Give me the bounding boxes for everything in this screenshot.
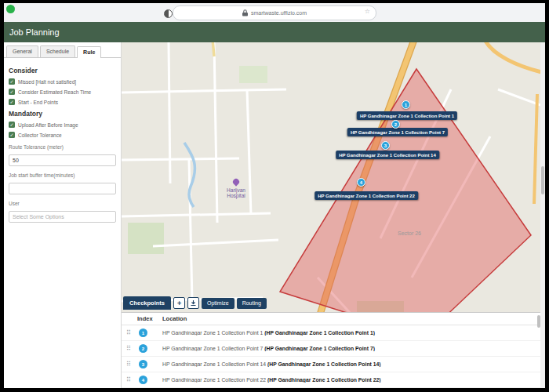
green-status-dot bbox=[6, 5, 15, 13]
drag-handle-icon[interactable] bbox=[122, 361, 136, 368]
hospital-poi-label: Harijvan Hospital bbox=[219, 187, 253, 198]
mandatory-heading: Mandatory bbox=[9, 110, 116, 118]
upload-image-checkbox[interactable] bbox=[9, 122, 15, 128]
map-marker-3-label: HP Gandhinagar Zone 1 Collection Point 1… bbox=[336, 151, 439, 159]
drag-handle-icon[interactable] bbox=[122, 345, 136, 352]
tab-general[interactable]: General bbox=[6, 45, 38, 57]
table-header: Index Location bbox=[122, 313, 540, 325]
row-location: HP Gandhinagar Zone 1 Collection Point 1… bbox=[156, 361, 540, 367]
map-marker-4-label: HP Gandhinagar Zone 1 Collection Point 2… bbox=[314, 191, 418, 200]
page-scrollbar-thumb[interactable] bbox=[541, 166, 544, 194]
map-marker-3[interactable]: 3 bbox=[381, 141, 390, 150]
map-marker-1[interactable]: 1 bbox=[402, 100, 410, 109]
start-end-label: Start - End Points bbox=[18, 100, 58, 105]
start-end-checkbox[interactable] bbox=[9, 99, 15, 105]
browser-window: smartwaste.uffizio.com Job Planning Gene… bbox=[4, 3, 545, 388]
bookmark-icon[interactable] bbox=[365, 8, 370, 15]
row-location: HP Gandhinagar Zone 1 Collection Point 1… bbox=[156, 330, 540, 336]
row-location: HP Gandhinagar Zone 1 Collection Point 7… bbox=[156, 346, 540, 351]
checkbox-row-collector-tolerance: Collector Tolerance bbox=[9, 132, 116, 138]
table-scrollbar-thumb[interactable] bbox=[537, 315, 540, 328]
reach-time-checkbox[interactable] bbox=[9, 89, 15, 95]
lock-icon bbox=[242, 9, 248, 16]
download-icon bbox=[190, 299, 197, 307]
map-marker-2-label: HP Gandhinagar Zone 1 Collection Point 7 bbox=[347, 128, 448, 136]
row-index-badge: 2 bbox=[139, 344, 147, 353]
row-index-badge: 1 bbox=[139, 328, 147, 337]
missed-checkbox[interactable] bbox=[9, 78, 15, 85]
buffer-time-input[interactable] bbox=[9, 183, 116, 194]
drag-handle-icon[interactable] bbox=[122, 376, 136, 383]
row-index-badge: 3 bbox=[139, 360, 147, 368]
location-column-header: Location bbox=[156, 315, 540, 322]
url-text: smartwaste.uffizio.com bbox=[251, 10, 307, 16]
collector-tolerance-checkbox[interactable] bbox=[9, 132, 15, 138]
page-title: Job Planning bbox=[4, 22, 545, 42]
tab-schedule[interactable]: Schedule bbox=[40, 45, 75, 57]
tab-rule[interactable]: Rule bbox=[77, 46, 101, 58]
row-location: HP Gandhinagar Zone 1 Collection Point 2… bbox=[156, 377, 540, 383]
user-label: User bbox=[9, 201, 116, 206]
table-row: 4 HP Gandhinagar Zone 1 Collection Point… bbox=[122, 372, 540, 388]
map-marker-1-label: HP Gandhinagar Zone 1 Collection Point 1 bbox=[357, 111, 457, 120]
table-row: 1 HP Gandhinagar Zone 1 Collection Point… bbox=[122, 325, 540, 341]
checkbox-row-reach-time: Consider Estimated Reach Time bbox=[9, 89, 116, 95]
app-header: Job Planning bbox=[4, 22, 545, 42]
import-checkpoints-button[interactable] bbox=[187, 297, 199, 309]
checkbox-row-missed: Missed [Halt not satisfied] bbox=[9, 78, 116, 85]
sidebar-tabs: General Schedule Rule bbox=[4, 42, 121, 58]
collector-tolerance-label: Collector Tolerance bbox=[18, 132, 62, 138]
browser-toolbar: smartwaste.uffizio.com bbox=[4, 3, 545, 23]
missed-label: Missed [Halt not satisfied] bbox=[18, 79, 76, 85]
optimize-button[interactable]: Optimize bbox=[202, 298, 235, 309]
extension-icon[interactable] bbox=[164, 9, 173, 18]
row-index-badge: 4 bbox=[139, 376, 147, 384]
zone-polygon bbox=[280, 69, 531, 337]
user-select-input[interactable] bbox=[9, 211, 116, 223]
drag-handle-icon[interactable] bbox=[122, 329, 136, 336]
index-column-header: Index bbox=[136, 315, 156, 322]
table-row: 2 HP Gandhinagar Zone 1 Collection Point… bbox=[122, 341, 540, 357]
map-marker-2[interactable]: 2 bbox=[391, 120, 400, 129]
sector-area-label: Sector 26 bbox=[394, 230, 424, 237]
checkpoints-title: Checkpoints bbox=[123, 296, 171, 310]
checkbox-row-upload-image: Upload After Before Image bbox=[9, 122, 116, 128]
consider-heading: Consider bbox=[9, 67, 116, 74]
upload-image-label: Upload After Before Image bbox=[18, 122, 78, 128]
add-checkpoint-button[interactable]: + bbox=[173, 297, 185, 309]
address-bar[interactable]: smartwaste.uffizio.com bbox=[173, 5, 376, 20]
routing-button[interactable]: Routing bbox=[237, 298, 267, 309]
table-row: 3 HP Gandhinagar Zone 1 Collection Point… bbox=[122, 357, 540, 372]
buffer-time-label: Job start buffer time(minutes) bbox=[9, 172, 116, 178]
route-tolerance-label: Route Tolerance (meter) bbox=[9, 144, 116, 150]
settings-sidebar: General Schedule Rule Consider Missed [H… bbox=[4, 42, 122, 388]
checkpoints-table: Index Location 1 HP Gandhinagar Zone 1 C… bbox=[122, 312, 540, 388]
reach-time-label: Consider Estimated Reach Time bbox=[18, 89, 91, 95]
page-scrollbar[interactable] bbox=[540, 42, 545, 388]
checkpoints-toolbar: Checkpoints + Optimize Routing bbox=[123, 296, 267, 310]
route-tolerance-input[interactable] bbox=[9, 154, 116, 166]
map-marker-4[interactable]: 4 bbox=[357, 178, 365, 187]
checkbox-row-start-end: Start - End Points bbox=[9, 99, 116, 105]
